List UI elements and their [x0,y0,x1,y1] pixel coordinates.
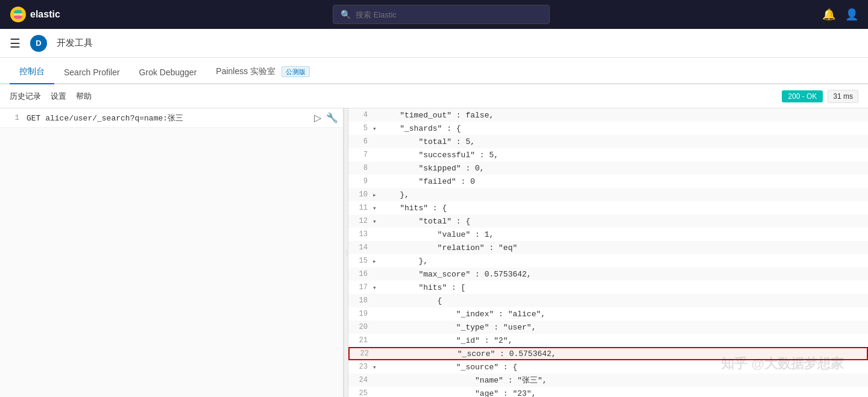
json-line-toggle[interactable]: ▾ [373,125,381,133]
editor-actions: ▷ 🔧 [314,112,338,123]
json-line-number: 15 [351,257,373,265]
header-icons: 🔔 👤 [822,8,858,21]
json-line-content: { [381,296,442,305]
json-line-number: 11 [351,204,373,212]
json-line-number: 8 [351,164,373,172]
json-line: 14 "relation" : "eq" [348,241,868,254]
json-line-content: "total" : { [381,217,470,226]
json-line: 20 "_type" : "user", [348,320,868,334]
json-line-number: 6 [351,137,373,146]
settings-item[interactable]: 设置 [51,91,66,102]
json-line: 6 "total" : 5, [348,135,868,148]
json-line-toggle[interactable]: ▾ [373,204,381,212]
json-line-number: 9 [351,177,373,186]
json-line-number: 21 [351,336,373,345]
sub-toolbar: 历史记录 设置 帮助 200 - OK 31 ms [0,84,868,108]
copy-icon[interactable]: 🔧 [326,112,338,123]
status-area: 200 - OK 31 ms [782,90,858,103]
tab-painless-label: Painless 实验室 [216,66,275,76]
left-panel: 1 GET alice/user/_search?q=name:张三 ▷ 🔧 [0,108,344,397]
json-line: 16 "max_score" : 0.5753642, [348,267,868,281]
json-line-number: 25 [351,389,373,397]
hamburger-menu-icon[interactable]: ☰ [10,36,20,51]
json-line-number: 13 [351,230,373,239]
tab-console[interactable]: 控制台 [10,60,54,84]
json-line-content: "_type" : "user", [381,323,536,332]
json-line: 23▾ "_source" : { [348,360,868,374]
elastic-logo-icon [10,6,27,23]
logo-area: elastic [10,6,60,23]
tab-search-profiler[interactable]: Search Profiler [54,61,130,84]
json-line: 21 "_id" : "2", [348,334,868,347]
json-line-content: "hits" : [ [381,283,465,292]
tab-grok-debugger[interactable]: Grok Debugger [130,61,207,84]
json-line: 24 "name" : "张三", [348,374,868,387]
nav-tabs: 控制台 Search Profiler Grok Debugger Painle… [0,58,868,84]
json-line: 4 "timed_out" : false, [348,108,868,122]
json-line: 5▾ "_shards" : { [348,122,868,135]
time-badge: 31 ms [828,90,858,103]
tab-painless[interactable]: Painless 实验室 公测版 [206,60,319,84]
json-line-content: "_source" : { [381,363,517,372]
json-line-toggle[interactable]: ▸ [373,257,381,265]
notification-icon[interactable]: 🔔 [822,8,835,21]
json-line: 22 "_score" : 0.5753642, [348,347,868,360]
search-icon: 🔍 [341,10,351,19]
json-line-number: 24 [351,376,373,384]
json-line-content: "timed_out" : false, [381,111,494,120]
status-badge: 200 - OK [782,90,823,102]
json-line-number: 7 [351,151,373,159]
editor-content[interactable]: GET alice/user/_search?q=name:张三 [27,113,314,123]
json-line-content: }, [381,190,409,199]
json-line: 25 "age" : "23", [348,387,868,397]
json-line-number: 17 [351,283,373,292]
json-line-toggle[interactable]: ▾ [373,217,381,225]
json-line: 15▸ }, [348,254,868,267]
drag-handle[interactable]: ⋮ [344,108,348,397]
search-input[interactable] [356,10,542,19]
json-line: 17▾ "hits" : [ [348,281,868,294]
editor-line: 1 GET alice/user/_search?q=name:张三 ▷ 🔧 [0,108,343,128]
json-line-content: "_score" : 0.5753642, [382,349,556,358]
json-line-number: 12 [351,217,373,225]
json-line: 13 "value" : 1, [348,228,868,241]
json-line-content: "total" : 5, [381,137,475,146]
json-line: 7 "successful" : 5, [348,148,868,161]
json-line-toggle[interactable]: ▾ [373,284,381,292]
json-line-content: "name" : "张三", [381,375,547,386]
json-line-content: }, [381,257,428,266]
json-line: 9 "failed" : 0 [348,175,868,188]
global-search-bar[interactable]: 🔍 [333,5,550,24]
svg-rect-3 [14,13,22,16]
history-item[interactable]: 历史记录 [10,91,41,102]
sub-toolbar-left: 历史记录 设置 帮助 [10,91,92,102]
json-line-content: "successful" : 5, [381,151,498,160]
avatar: D [30,35,47,52]
elastic-logo: elastic [10,6,60,23]
json-line-number: 20 [351,323,373,331]
line-number: 1 [5,113,19,122]
json-line: 18 { [348,294,868,307]
json-line-number: 10 [351,190,373,199]
json-line-number: 14 [351,243,373,252]
json-line-toggle[interactable]: ▸ [373,191,381,199]
help-item[interactable]: 帮助 [76,91,92,102]
json-line-number: 18 [351,296,373,305]
json-line-content: "max_score" : 0.5753642, [381,270,532,279]
json-line-content: "_index" : "alice", [381,310,546,319]
json-line-toggle[interactable]: ▾ [373,363,381,371]
json-line: 10▸ }, [348,188,868,201]
beta-badge: 公测版 [281,66,310,77]
json-line-content: "relation" : "eq" [381,243,517,252]
main-content: 1 GET alice/user/_search?q=name:张三 ▷ 🔧 ⋮… [0,108,868,397]
top-header: elastic 🔍 🔔 👤 [0,0,868,29]
json-line-content: "failed" : 0 [381,177,475,186]
dev-tools-label: 开发工具 [57,37,93,49]
json-line-content: "skipped" : 0, [381,164,485,173]
json-line-number: 22 [352,349,374,358]
run-icon[interactable]: ▷ [314,112,321,123]
user-icon[interactable]: 👤 [845,8,858,21]
elastic-logo-text: elastic [30,9,60,20]
json-line-content: "_shards" : { [381,124,461,133]
json-line-number: 23 [351,363,373,371]
